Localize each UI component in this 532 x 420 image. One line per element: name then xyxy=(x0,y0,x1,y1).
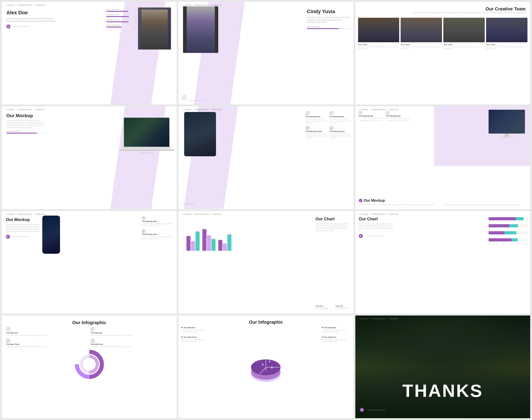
nav-lintang-2: + LINTANG xyxy=(182,4,191,6)
infographic-4-title: The Data Four xyxy=(91,343,172,345)
slide-4-nav: + LINTANG + PRESENTATION + TEMPLATE xyxy=(2,109,177,111)
bar-g3-purple xyxy=(218,240,222,251)
phone-device xyxy=(42,216,60,254)
team-photo-2 xyxy=(401,18,442,42)
bar-label-3: Lorem ipsum dolor xyxy=(106,19,137,21)
legend-1-label: Chart One xyxy=(315,305,331,307)
team-photo-3 xyxy=(443,18,485,42)
slide-creative-team: Our Creative Team Lorem ipsum dolor sit … xyxy=(355,2,530,105)
slide-mockup-phone: + LINTANG + PRESENTATION + TEMPLATE Our … xyxy=(2,211,177,314)
slide-2-num: 01 xyxy=(178,2,351,4)
h-bar-row-4: 4 xyxy=(489,215,528,220)
slide-9-title: Our Chart xyxy=(359,217,394,222)
slide-8-nav: + LINTANG + PRESENTATION + TEMPLATE xyxy=(178,213,353,215)
nav-pres-2: + PRESENTATION xyxy=(193,4,209,6)
right-item-2-desc: Lorem ipsum dolor sit amet salt amusla c… xyxy=(322,339,351,343)
phone-feat-1-desc: Lorem ipsum dolor sit amet salt amusla c… xyxy=(142,223,174,227)
svg-text:D: D xyxy=(271,366,273,369)
svg-text:B: B xyxy=(262,363,264,366)
mockup-6-desc: Lorem ipsum dolor sit amet salt amusla c… xyxy=(359,204,442,206)
chart-content: Our Chart Lorem ipsum dolor sit amet amu… xyxy=(315,217,351,232)
team-member-2: Your Team Lorem ipsum dolor sit amet sal… xyxy=(401,44,442,49)
slide-2-body: Lorem ipsum dolor sit amet salt amusla c… xyxy=(307,16,350,24)
monitor-device xyxy=(486,110,528,138)
bar-g2-teal xyxy=(211,239,216,251)
slide-infographic-donut: Our Infographic 👕 The Data One Lorem ips… xyxy=(2,315,177,418)
slide-4-title: Our Mockup xyxy=(6,113,45,118)
play-button-12[interactable]: ▶ xyxy=(360,408,364,412)
legend-2-label: Chart Two xyxy=(335,305,351,307)
slide-5-num: 01 xyxy=(178,106,351,109)
slide-8-body: Lorem ipsum dolor sit amet amusla consc … xyxy=(315,223,351,232)
left-item-1-desc: Lorem ipsum dolor sit amet salt amusla c… xyxy=(181,329,210,333)
tablet-device xyxy=(184,112,216,156)
svg-text:C: C xyxy=(265,368,267,371)
infographic-3-desc: Lorem ipsum dolor sit amet salt amusla c… xyxy=(6,346,88,347)
bar-chart: 1086420 123 xyxy=(182,218,233,261)
top-feat-2-desc: Lorem ipsum dolor sit amet salt amusla c… xyxy=(386,118,411,121)
team-member-1-desc: Lorem ipsum dolor sit amet salt amusla c… xyxy=(358,46,399,49)
legend-2-desc: Lorem ipsum dolor sit amet nena acc ohle… xyxy=(335,307,351,310)
bar-label-cindy: Lorem ipsum dolor xyxy=(307,26,350,28)
slide-4-num: 01 xyxy=(2,106,174,109)
infographic-3-title: The Data Three xyxy=(6,343,88,345)
svg-text:A: A xyxy=(269,360,270,363)
feature-3-title: The Mockup Three xyxy=(306,130,327,133)
slide-1-num: 01 xyxy=(2,2,174,4)
slide-alex-doe: + LINTANG + PRESENTATION + TEMPLATE Alex… xyxy=(2,2,177,105)
feature-1: 👕 The Mockup One Lorem ipsum dolor sit a… xyxy=(306,111,327,124)
left-item-2: The Data Three Lorem ipsum dolor sit ame… xyxy=(181,336,210,343)
infographic-1-title: The Data One xyxy=(6,332,88,334)
feature-3-desc: Lorem ipsum dolor sit amet salt amusla c… xyxy=(306,133,327,138)
team-member-3: Your Team Lorem ipsum dolor sit amet sal… xyxy=(443,44,485,49)
chart-9-content: Our Chart Lorem ipsum dolor sit amet sal… xyxy=(359,217,394,238)
bar-g1-teal xyxy=(196,231,200,251)
team-member-1: Your Team Lorem ipsum dolor sit amet sal… xyxy=(358,44,399,49)
infographic-2-title: The Data Two xyxy=(91,332,172,334)
slide-3-desc: Lorem ipsum dolor sit amet salt amusla c… xyxy=(360,12,526,14)
infographic-2-desc: Lorem ipsum dolor sit amet salt amusla c… xyxy=(91,334,172,336)
infographic-item-2: 🗑 The Data Two Lorem ipsum dolor sit ame… xyxy=(91,328,172,336)
bar-g3-teal xyxy=(227,234,232,251)
slide-4-body: Lorem ipsum dolor sit amet salt amusla c… xyxy=(6,120,45,129)
bar-g2-light xyxy=(207,235,211,251)
left-item-2-desc: Lorem ipsum dolor sit amet salt amusla c… xyxy=(181,339,210,343)
phone-feature-1: 👕 The Mockup One Lorem ipsum dolor sit a… xyxy=(142,217,174,227)
slide-6-num: 01 xyxy=(355,106,528,109)
feature-2-desc: Lorem ipsum dolor sit amet salt amusla c… xyxy=(330,118,351,124)
legend-1: Chart One Lorem ipsum dolor sit amet nen… xyxy=(315,305,331,310)
slide-1-title: Alex Doe xyxy=(6,10,56,16)
play-button[interactable]: ▶ xyxy=(6,25,11,29)
slide-12-nav: + LINTANG + PRESENTATION + TEMPLATE xyxy=(355,318,530,320)
bar-g2-purple xyxy=(202,229,206,251)
legend-1-desc: Lorem ipsum dolor sit amet nena acc ohle… xyxy=(315,307,331,310)
play-area-12: ▶ xyxy=(360,408,385,412)
slide-chart-bar: + LINTANG + PRESENTATION + TEMPLATE 1086… xyxy=(178,211,353,314)
right-item-1-desc: Lorem ipsum dolor sit amet salt amusla c… xyxy=(322,329,351,333)
bar-pct-2: 85% xyxy=(134,16,137,17)
slide-2-title: Cindy Yuvia xyxy=(307,9,350,15)
slide-8-num: 01 xyxy=(178,211,351,213)
pie-chart: A B C D xyxy=(213,327,319,416)
bar-pct-3: 82% xyxy=(134,21,137,22)
phone-features: 👕 The Mockup One Lorem ipsum dolor sit a… xyxy=(142,217,174,240)
slide-chart-horizontal: + LINTANG + PRESENTATION + TEMPLATE Our … xyxy=(355,211,530,314)
feature-4: 📊 The Mockup Four Lorem ipsum dolor sit … xyxy=(330,126,351,138)
play-button-7[interactable]: ▶ xyxy=(6,235,10,239)
team-photo-1 xyxy=(358,18,399,42)
team-member-4-name: Your Team xyxy=(486,44,528,46)
top-feat-1-desc: Lorem ipsum dolor sit amet salt amusla c… xyxy=(359,118,384,121)
feature-3: 🗑 The Mockup Three Lorem ipsum dolor sit… xyxy=(306,126,327,138)
phone-feat-2-desc: Lorem ipsum dolor sit amet salt amusla c… xyxy=(142,236,174,240)
left-item-1: The Data One Lorem ipsum dolor sit amet … xyxy=(181,327,210,333)
team-member-3-name: Your Team xyxy=(443,44,485,46)
bar-pct-1: 81% xyxy=(134,11,137,12)
infographic-item-4: 📊 The Data Four Lorem ipsum dolor sit am… xyxy=(91,339,172,347)
team-member-4: Your Team Lorem ipsum dolor sit amet sal… xyxy=(486,44,528,49)
nav-tmpl-2: + TEMPLATE xyxy=(211,4,221,6)
play-button-9[interactable]: ▶ xyxy=(359,234,363,238)
infographic-item-3: 📡 The Data Three Lorem ipsum dolor sit a… xyxy=(6,339,88,347)
slide-mockup-laptop: + LINTANG + PRESENTATION + TEMPLATE Our … xyxy=(2,106,177,209)
slide-7-title: Our Mockup xyxy=(6,217,41,222)
slide-cindy: + LINTANG + PRESENTATION + TEMPLATE Cind… xyxy=(178,2,353,105)
